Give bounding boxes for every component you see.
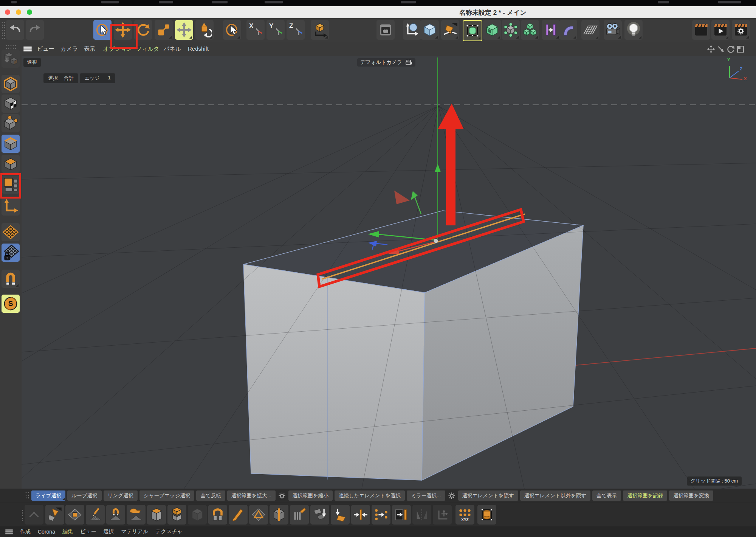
gizmo-y-arrowhead[interactable] xyxy=(435,164,441,172)
menu-texture[interactable]: テクスチャ xyxy=(155,528,183,535)
cube-object[interactable] xyxy=(243,211,583,480)
snap-button[interactable] xyxy=(2,270,20,288)
set-selection-button[interactable]: 選択範囲を記録 xyxy=(623,490,667,501)
instance-button[interactable] xyxy=(521,20,539,40)
menu-view-lower[interactable]: ビュー xyxy=(80,528,96,535)
knife-tool-button[interactable] xyxy=(229,505,248,525)
make-editable-button[interactable] xyxy=(2,50,20,68)
y-lock-button[interactable]: Y xyxy=(266,20,285,40)
commandbar-drag-handle[interactable] xyxy=(25,491,29,500)
maximize-view-button[interactable] xyxy=(736,45,745,54)
menu-panel[interactable]: パネル xyxy=(164,45,181,53)
viewport-3d[interactable]: 透視 選択 合計 エッジ 1 デフォルトカメラ グリッド間隔 : 50 cm Y… xyxy=(22,56,756,489)
menu-select[interactable]: 選択 xyxy=(104,528,114,535)
enable-axis-tool[interactable] xyxy=(195,20,214,40)
lock-workplane-button[interactable] xyxy=(2,244,20,262)
close-window-button[interactable] xyxy=(5,9,10,15)
coordinate-system-button[interactable] xyxy=(311,20,329,40)
spline-pen-button[interactable] xyxy=(441,20,459,40)
grow-selection-settings-button[interactable] xyxy=(277,491,287,500)
arc-tool-button[interactable] xyxy=(25,505,43,525)
menu-camera[interactable]: カメラ xyxy=(60,45,78,53)
extrude-tool-button[interactable] xyxy=(167,505,186,525)
array-button[interactable] xyxy=(502,20,520,40)
texture-mode-button[interactable] xyxy=(2,95,20,113)
select-connected-button[interactable]: 連続したエレメントを選択 xyxy=(335,490,405,501)
light-button[interactable] xyxy=(624,20,643,40)
set-point-value-button[interactable]: XYZ xyxy=(455,505,474,525)
cube-front-face[interactable] xyxy=(243,264,425,480)
object-axis-button[interactable] xyxy=(403,20,421,40)
mirror-tool-button[interactable] xyxy=(412,505,431,525)
quad-patch-button[interactable] xyxy=(65,505,84,525)
axis-mode-button[interactable] xyxy=(2,197,20,216)
workplane-button[interactable] xyxy=(2,223,20,241)
pan-view-button[interactable] xyxy=(706,45,716,54)
lower-hamburger-menu[interactable] xyxy=(5,529,13,535)
menu-view[interactable]: ビュー xyxy=(37,45,54,53)
brush-tool-button[interactable] xyxy=(86,505,105,525)
toolbar-drag-handle[interactable] xyxy=(1,21,5,39)
selection-tool[interactable] xyxy=(223,20,241,40)
ring-selection-button[interactable]: リング選択 xyxy=(104,490,138,501)
spline-deformer-button[interactable] xyxy=(542,20,560,40)
axis-move-button[interactable] xyxy=(433,505,452,525)
unhide-all-button[interactable]: 全て表示 xyxy=(592,490,621,501)
zoom-window-button[interactable] xyxy=(27,9,32,15)
scale-tool[interactable] xyxy=(155,20,173,40)
bend-deformer-button[interactable] xyxy=(559,20,577,40)
viewport-hamburger-menu[interactable] xyxy=(23,46,32,52)
menu-display[interactable]: 表示 xyxy=(84,45,95,53)
undo-button[interactable] xyxy=(6,20,24,40)
edge-cut-button[interactable] xyxy=(290,505,309,525)
redo-button[interactable] xyxy=(26,20,44,40)
iron-tool-button[interactable] xyxy=(127,505,146,525)
hide-unselected-button[interactable]: 選択エレメント以外を隠す xyxy=(520,490,590,501)
weld-button[interactable] xyxy=(351,505,370,525)
mirror-selection-button[interactable]: ミラー選択... xyxy=(407,490,445,501)
toolsbar-drag-handle[interactable] xyxy=(21,509,24,521)
quantize-button[interactable]: S xyxy=(2,295,20,313)
floor-workplane-button[interactable] xyxy=(581,20,600,40)
hide-selected-button[interactable]: 選択エレメントを隠す xyxy=(458,490,518,501)
x-lock-button[interactable]: X xyxy=(246,20,265,40)
zoom-view-button[interactable] xyxy=(716,45,725,54)
menu-material[interactable]: マテリアル xyxy=(121,528,149,535)
loop-selection-button[interactable]: ループ選択 xyxy=(67,490,101,501)
z-lock-button[interactable]: Z xyxy=(287,20,305,40)
minimize-window-button[interactable] xyxy=(16,9,21,15)
polygon-mode-button[interactable] xyxy=(2,155,20,173)
loop-cut-button[interactable] xyxy=(270,505,288,525)
camera-button[interactable] xyxy=(604,20,622,40)
render-active-view-button[interactable] xyxy=(692,20,710,40)
model-mode-button[interactable] xyxy=(2,75,20,93)
smooth-shift-button[interactable] xyxy=(188,505,207,525)
dissolve-button[interactable] xyxy=(310,505,329,525)
rotate-view-button[interactable] xyxy=(726,45,735,54)
live-selection-tool[interactable] xyxy=(93,20,112,40)
close-polygon-hole-button[interactable] xyxy=(392,505,411,525)
mirror-selection-settings-button[interactable] xyxy=(447,491,456,500)
volume-builder-button[interactable] xyxy=(483,20,501,40)
menu-create[interactable]: 作成 xyxy=(20,528,31,535)
collapse-button[interactable] xyxy=(331,505,350,525)
point-mode-button[interactable] xyxy=(2,114,20,132)
render-picture-viewer-button[interactable] xyxy=(711,20,730,40)
viewport-canvas[interactable] xyxy=(22,56,756,489)
menu-corona[interactable]: Corona xyxy=(38,529,55,535)
menu-filter[interactable]: フィルタ xyxy=(136,45,159,53)
sharp-edge-selection-button[interactable]: シャープエッジ選択 xyxy=(139,490,194,501)
stitch-sew-button[interactable] xyxy=(372,505,390,525)
fit-cage-button[interactable] xyxy=(477,505,496,525)
sidebar-drag-handle[interactable] xyxy=(5,44,16,50)
active-tool-move[interactable] xyxy=(175,20,193,40)
matrix-extrude-button[interactable] xyxy=(208,505,227,525)
live-selection-button[interactable]: ライブ選択 xyxy=(31,490,65,501)
edge-mode-button[interactable] xyxy=(2,135,20,153)
bevel-tool-button[interactable] xyxy=(147,505,166,525)
gizmo-center[interactable] xyxy=(434,239,438,243)
magnet-tool-button[interactable] xyxy=(106,505,125,525)
polygon-pen-button[interactable] xyxy=(45,505,64,525)
menu-redshift[interactable]: Redshift xyxy=(188,45,209,52)
add-cube-primitive-button[interactable] xyxy=(421,20,439,40)
